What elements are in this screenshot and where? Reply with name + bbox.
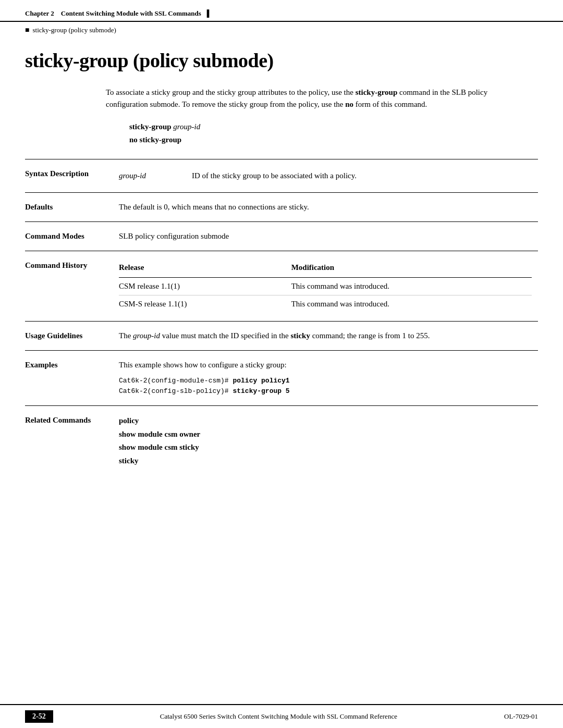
syntax-line-2: no sticky-group xyxy=(129,135,538,144)
main-content: sticky-group (policy submode) To associa… xyxy=(0,39,563,517)
command-history-row: Command History Release Modification CSM… xyxy=(25,251,538,322)
code-prefix-1: Cat6k-2(config-module-csm)# xyxy=(119,377,232,385)
related-commands-content: policyshow module csm ownershow module c… xyxy=(114,406,538,476)
col-modification: Modification xyxy=(291,260,532,277)
related-command-item: show module csm sticky xyxy=(119,441,532,454)
param-name: group-id xyxy=(119,168,192,184)
history-thead: Release Modification xyxy=(119,260,532,277)
related-command-item: show module csm owner xyxy=(119,428,532,441)
breadcrumb-text: sticky-group (policy submode) xyxy=(32,26,116,34)
syntax-description-row: Syntax Description group-id ID of the st… xyxy=(25,159,538,192)
page-title: sticky-group (policy submode) xyxy=(25,49,538,72)
page-footer: 2-52 Catalyst 6500 Series Switch Content… xyxy=(0,704,563,728)
footer-doc-number: OL-7029-01 xyxy=(504,712,538,721)
command-modes-label: Command Modes xyxy=(25,222,114,251)
history-row: CSM-S release 1.1(1)This command was int… xyxy=(119,295,532,313)
defaults-content: The default is 0, which means that no co… xyxy=(114,192,538,221)
chapter-title: Content Switching Module with SSL Comman… xyxy=(61,9,201,17)
command-history-label: Command History xyxy=(25,251,114,322)
usage-guidelines-label: Usage Guidelines xyxy=(25,322,114,351)
param-description: ID of the sticky group to be associated … xyxy=(192,168,532,184)
code-block: Cat6k-2(config-module-csm)# policy polic… xyxy=(119,376,532,398)
syntax-description-content: group-id ID of the sticky group to be as… xyxy=(114,159,538,192)
examples-row: Examples This example shows how to confi… xyxy=(25,351,538,406)
history-header-row: Release Modification xyxy=(119,260,532,277)
related-commands-label: Related Commands xyxy=(25,406,114,476)
footer-center-text: Catalyst 6500 Series Switch Content Swit… xyxy=(64,712,494,721)
cmd-param: group-id xyxy=(173,122,200,131)
history-table: Release Modification CSM release 1.1(1)T… xyxy=(119,260,532,313)
header-chapter: Chapter 2 Content Switching Module with … xyxy=(25,9,210,18)
usage-guidelines-content: The group-id value must match the ID spe… xyxy=(114,322,538,351)
usage-guidelines-row: Usage Guidelines The group-id value must… xyxy=(25,322,538,351)
code-prefix-2: Cat6k-2(config-slb-policy)# xyxy=(119,387,232,395)
syntax-desc-table: group-id ID of the sticky group to be as… xyxy=(119,168,532,184)
related-commands-row: Related Commands policyshow module csm o… xyxy=(25,406,538,476)
syntax-line-1: sticky-group group-id xyxy=(129,122,538,131)
col-release: Release xyxy=(119,260,291,277)
cmd-no: no sticky-group xyxy=(129,135,181,144)
history-release: CSM-S release 1.1(1) xyxy=(119,295,291,313)
chapter-number: Chapter 2 xyxy=(25,9,54,17)
code-line-1: Cat6k-2(config-module-csm)# policy polic… xyxy=(119,376,532,387)
code-cmd-1: policy policy1 xyxy=(232,377,289,385)
history-modification: This command was introduced. xyxy=(291,277,532,295)
history-release: CSM release 1.1(1) xyxy=(119,277,291,295)
command-modes-content: SLB policy configuration submode xyxy=(114,222,538,251)
page-header: Chapter 2 Content Switching Module with … xyxy=(0,0,563,22)
related-commands-list: policyshow module csm ownershow module c… xyxy=(119,414,532,467)
code-cmd-2: sticky-group 5 xyxy=(232,387,289,395)
syntax-block: sticky-group group-id no sticky-group xyxy=(129,122,538,144)
defaults-label: Defaults xyxy=(25,192,114,221)
defaults-row: Defaults The default is 0, which means t… xyxy=(25,192,538,221)
code-line-2: Cat6k-2(config-slb-policy)# sticky-group… xyxy=(119,386,532,397)
breadcrumb-bullet: ■ xyxy=(25,26,29,34)
sections-table: Syntax Description group-id ID of the st… xyxy=(25,159,538,476)
breadcrumb: ■ sticky-group (policy submode) xyxy=(0,24,563,39)
related-command-item: policy xyxy=(119,414,532,428)
cmd-bold: sticky-group xyxy=(129,122,172,131)
examples-intro: This example shows how to configure a st… xyxy=(119,359,532,371)
examples-content: This example shows how to configure a st… xyxy=(114,351,538,406)
related-command-item: sticky xyxy=(119,454,532,468)
history-row: CSM release 1.1(1)This command was intro… xyxy=(119,277,532,295)
command-history-content: Release Modification CSM release 1.1(1)T… xyxy=(114,251,538,322)
page-number: 2-52 xyxy=(25,710,53,723)
intro-paragraph: To associate a sticky group and the stic… xyxy=(106,87,497,111)
history-tbody: CSM release 1.1(1)This command was intro… xyxy=(119,277,532,313)
syntax-description-label: Syntax Description xyxy=(25,159,114,192)
history-modification: This command was introduced. xyxy=(291,295,532,313)
syntax-param-row: group-id ID of the sticky group to be as… xyxy=(119,168,532,184)
examples-label: Examples xyxy=(25,351,114,406)
command-modes-row: Command Modes SLB policy configuration s… xyxy=(25,222,538,251)
